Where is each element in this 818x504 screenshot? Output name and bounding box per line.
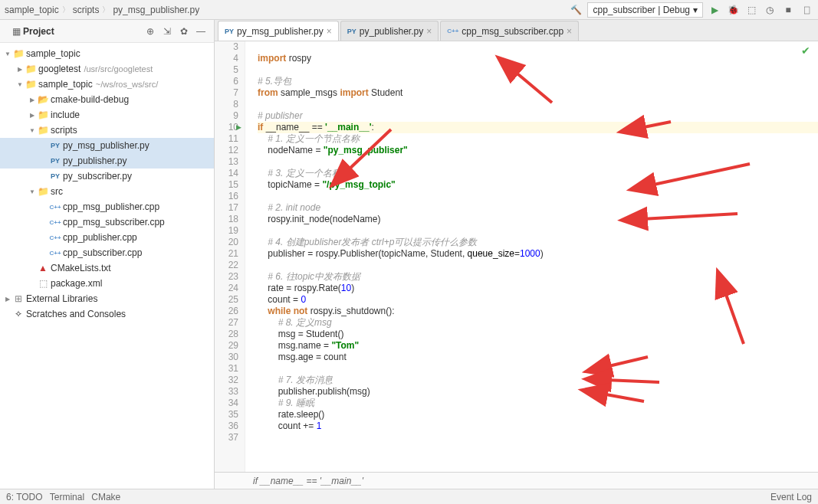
- tree-item[interactable]: ⬚ package.xml: [0, 276, 214, 291]
- tree-arrow-icon[interactable]: ▼: [28, 188, 37, 195]
- code-breadcrumb[interactable]: if __name__ == '__main__': [215, 472, 818, 489]
- editor-tab[interactable]: PY py_msg_publisher.py ×: [218, 21, 339, 41]
- code-line[interactable]: # 8. 定义msg: [258, 317, 818, 329]
- stop-icon[interactable]: ■: [781, 3, 795, 17]
- tree-item[interactable]: ▶ 📂 cmake-build-debug: [0, 92, 214, 107]
- debug-icon[interactable]: 🐞: [726, 3, 740, 17]
- editor-tab[interactable]: C++ cpp_msg_subscriber.cpp ×: [440, 21, 579, 41]
- code-line[interactable]: msg.age = count: [258, 352, 818, 363]
- code-line[interactable]: while not rospy.is_shutdown():: [258, 306, 818, 317]
- code-line[interactable]: rate = rospy.Rate(10): [258, 283, 818, 294]
- tree-item[interactable]: PY py_subscriber.py: [0, 169, 214, 184]
- code-line[interactable]: [258, 432, 818, 443]
- build-icon[interactable]: 🔨: [569, 3, 583, 17]
- code-line[interactable]: publisher = rospy.Publisher(topicName, S…: [258, 248, 818, 260]
- code-line[interactable]: rate.sleep(): [258, 409, 818, 421]
- collapse-icon[interactable]: ⇲: [160, 25, 174, 38]
- run-icon[interactable]: ▶: [708, 3, 721, 17]
- xml-icon: ⬚: [37, 278, 49, 289]
- close-icon[interactable]: ×: [327, 26, 332, 37]
- close-icon[interactable]: ×: [426, 26, 432, 37]
- tree-arrow-icon[interactable]: ▼: [15, 81, 25, 88]
- code-line[interactable]: count = 0: [258, 294, 818, 306]
- tree-item[interactable]: ▶ 📁 include: [0, 107, 214, 123]
- code-line[interactable]: # 2. init node: [258, 202, 818, 214]
- cpp-icon: C++: [447, 28, 458, 34]
- code-line[interactable]: [258, 363, 818, 375]
- code-line[interactable]: # 3. 定义一个名称: [258, 168, 818, 179]
- tree-item[interactable]: ▼ 📁 src: [0, 184, 214, 199]
- code-line[interactable]: count += 1: [258, 421, 818, 432]
- tree-arrow-icon[interactable]: ▼: [3, 51, 12, 57]
- tree-arrow-icon[interactable]: ▶: [3, 296, 12, 303]
- code-line[interactable]: msg.name = "Tom": [258, 340, 818, 352]
- code-line[interactable]: from sample_msgs import Student: [258, 87, 818, 99]
- code-line[interactable]: [258, 156, 818, 168]
- code-line[interactable]: ▶if __name__ == '__main__':: [258, 122, 818, 133]
- tree-item[interactable]: C++ cpp_publisher.cpp: [0, 230, 214, 245]
- status-item[interactable]: 6: TODO: [6, 492, 43, 502]
- code-line[interactable]: # 6. 往topic中发布数据: [258, 271, 818, 283]
- run-gutter-icon[interactable]: ▶: [236, 122, 241, 133]
- code-line[interactable]: msg = Student(): [258, 329, 818, 340]
- breadcrumb-item[interactable]: scripts: [73, 5, 100, 15]
- tree-arrow-icon[interactable]: ▼: [28, 127, 37, 134]
- tab-label: cpp_msg_subscriber.cpp: [462, 26, 563, 37]
- profile-icon[interactable]: ◷: [763, 3, 777, 17]
- tree-item[interactable]: C++ cpp_subscriber.cpp: [0, 245, 214, 260]
- code-line[interactable]: publisher.publish(msg): [258, 386, 818, 398]
- search-icon[interactable]: ⎕: [800, 3, 813, 17]
- tree-label: cmake-build-debug: [51, 94, 129, 105]
- scratch-icon: ✧: [12, 309, 25, 319]
- code-line[interactable]: [258, 225, 818, 237]
- code-line[interactable]: topicName = "/py_msg_topic": [258, 179, 818, 191]
- code-line[interactable]: # 4. 创建publisher发布者 ctrl+p可以提示传什么参数: [258, 237, 818, 248]
- tree-item[interactable]: C++ cpp_msg_subscriber.cpp: [0, 214, 214, 230]
- status-item[interactable]: Terminal: [50, 492, 84, 502]
- cpp-icon: C++: [49, 250, 61, 257]
- breadcrumb-item[interactable]: py_msg_publisher.py: [113, 5, 199, 15]
- code-line[interactable]: rospy.init_node(nodeName): [258, 214, 818, 225]
- tree-arrow-icon[interactable]: ▶: [28, 97, 37, 103]
- tree-item[interactable]: PY py_publisher.py: [0, 153, 214, 169]
- close-icon[interactable]: ×: [567, 26, 572, 37]
- code-line[interactable]: # 1. 定义一个节点名称: [258, 133, 818, 145]
- tree-item[interactable]: ▶ 📁 googletest /usr/src/googletest: [0, 61, 214, 77]
- tree-item[interactable]: ▼ 📁 sample_topic ~/ws/ros_ws/src/: [0, 77, 214, 92]
- tree-item[interactable]: ▶ ⊞ External Libraries: [0, 291, 214, 306]
- status-item[interactable]: CMake: [91, 492, 120, 502]
- breadcrumb-item[interactable]: sample_topic: [5, 5, 59, 15]
- code-line[interactable]: # 9. 睡眠: [258, 398, 818, 409]
- code-line[interactable]: [258, 260, 818, 271]
- tree-label: sample_topic: [38, 79, 93, 90]
- code-line[interactable]: nodeName = "py_msg_publiser": [258, 145, 818, 156]
- hide-icon[interactable]: —: [194, 25, 208, 38]
- code-content[interactable]: ✔ import rospy# 5.导包from sample_msgs imp…: [245, 41, 818, 472]
- tree-arrow-icon[interactable]: ▶: [15, 66, 25, 73]
- code-line[interactable]: [258, 99, 818, 110]
- editor-tab[interactable]: PY py_publisher.py ×: [340, 21, 439, 41]
- code-line[interactable]: [258, 41, 818, 53]
- code-editor[interactable]: 3456789101112131415161718192021222324252…: [215, 41, 818, 472]
- tree-item[interactable]: ▲ CMakeLists.txt: [0, 260, 214, 276]
- code-line[interactable]: # 5.导包: [258, 76, 818, 87]
- tree-arrow-icon[interactable]: ▶: [28, 112, 37, 119]
- code-line[interactable]: import rospy: [258, 53, 818, 64]
- status-item[interactable]: Event Log: [770, 492, 812, 502]
- tree-item[interactable]: ▼ 📁 sample_topic: [0, 46, 214, 61]
- tree-item[interactable]: ▼ 📁 scripts: [0, 123, 214, 138]
- code-line[interactable]: [258, 191, 818, 202]
- tab-label: py_msg_publisher.py: [237, 26, 324, 37]
- locate-icon[interactable]: ⊕: [143, 25, 157, 38]
- gear-icon[interactable]: ✿: [177, 25, 191, 38]
- coverage-icon[interactable]: ⬚: [744, 3, 758, 17]
- code-line[interactable]: [258, 64, 818, 76]
- code-line[interactable]: # publisher: [258, 110, 818, 122]
- project-tree[interactable]: ▼ 📁 sample_topic ▶ 📁 googletest /usr/src…: [0, 43, 214, 489]
- run-config-selector[interactable]: cpp_subscriber | Debug ▾: [587, 2, 703, 18]
- tree-item[interactable]: C++ cpp_msg_publisher.cpp: [0, 199, 214, 214]
- py-icon: PY: [49, 172, 61, 180]
- tree-item[interactable]: ✧ Scratches and Consoles: [0, 306, 214, 322]
- tree-item[interactable]: PY py_msg_publisher.py: [0, 138, 214, 153]
- code-line[interactable]: # 7. 发布消息: [258, 375, 818, 386]
